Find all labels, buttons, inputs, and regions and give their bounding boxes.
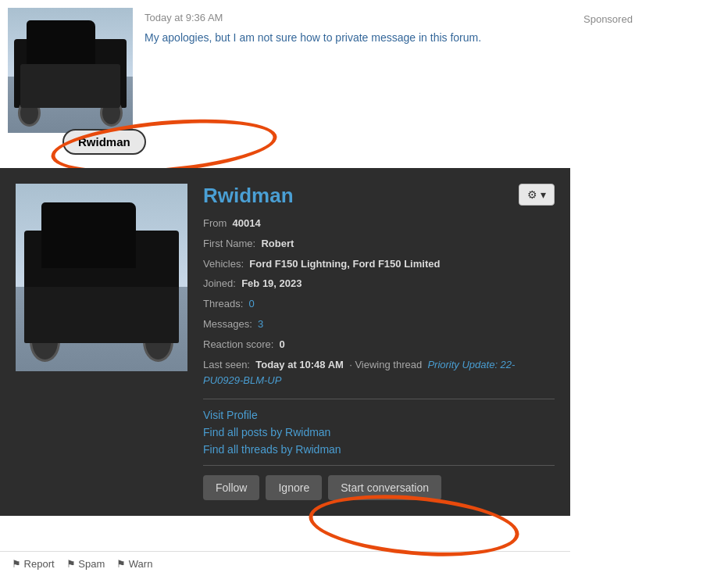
user-popup-card: ⚙ ▾ Rwidman From 40014 First Name: Rober… xyxy=(0,168,570,516)
gear-icon: ⚙ xyxy=(527,188,537,201)
threads-value[interactable]: 0 xyxy=(249,298,255,309)
from-value: 40014 xyxy=(233,217,261,229)
last-seen-value: Today at 10:48 AM xyxy=(255,359,344,370)
messages-value[interactable]: 3 xyxy=(258,318,263,330)
popup-divider-1 xyxy=(203,399,555,399)
popup-threads: Threads: 0 xyxy=(203,296,555,313)
vehicles-value: Ford F150 Lightning, Ford F150 Limited xyxy=(249,258,440,270)
popup-actions: Follow Ignore Start conversation xyxy=(203,475,555,500)
first-name-value: Robert xyxy=(261,238,294,249)
popup-links: Visit Profile Find all posts by Rwidman … xyxy=(203,409,555,456)
joined-label: Joined: xyxy=(203,277,236,289)
vehicles-label: Vehicles: xyxy=(203,258,244,270)
last-seen-label: Last seen: xyxy=(203,359,250,370)
messages-label: Messages: xyxy=(203,318,252,330)
first-name-label: First Name: xyxy=(203,238,255,249)
last-seen-suffix: · Viewing thread xyxy=(349,359,422,370)
popup-reaction: Reaction score: 0 xyxy=(203,337,555,353)
follow-button[interactable]: Follow xyxy=(203,475,259,500)
report-link[interactable]: ⚑ Report xyxy=(12,558,55,570)
post-timestamp: Today at 9:36 AM xyxy=(145,12,558,23)
post-content: Today at 9:36 AM My apologies, but I am … xyxy=(141,8,562,133)
reaction-label: Reaction score: xyxy=(203,338,273,350)
threads-label: Threads: xyxy=(203,298,243,309)
popup-username: Rwidman xyxy=(203,184,555,208)
start-conversation-button[interactable]: Start conversation xyxy=(328,475,441,500)
popup-from: From 40014 xyxy=(203,216,555,232)
gear-button[interactable]: ⚙ ▾ xyxy=(519,184,555,206)
popup-first-name: First Name: Robert xyxy=(203,236,555,252)
find-posts-link[interactable]: Find all posts by Rwidman xyxy=(203,426,555,438)
post-avatar xyxy=(8,8,133,133)
sponsored-label: Sponsored xyxy=(583,13,633,25)
joined-value: Feb 19, 2023 xyxy=(241,277,302,289)
from-label: From xyxy=(203,217,227,229)
ignore-button[interactable]: Ignore xyxy=(266,475,322,500)
find-threads-link[interactable]: Find all threads by Rwidman xyxy=(203,443,555,456)
popup-vehicles: Vehicles: Ford F150 Lightning, Ford F150… xyxy=(203,256,555,273)
username-bubble-text: Rwidman xyxy=(78,135,130,148)
popup-last-seen: Last seen: Today at 10:48 AM · Viewing t… xyxy=(203,357,555,390)
post-text: My apologies, but I am not sure how to p… xyxy=(145,30,558,46)
popup-messages: Messages: 3 xyxy=(203,317,555,333)
popup-divider-2 xyxy=(203,465,555,466)
chevron-down-icon: ▾ xyxy=(541,188,546,201)
visit-profile-link[interactable]: Visit Profile xyxy=(203,409,555,421)
forum-post-area: Today at 9:36 AM My apologies, but I am … xyxy=(0,0,570,148)
popup-joined: Joined: Feb 19, 2023 xyxy=(203,276,555,292)
sidebar: Sponsored xyxy=(572,0,728,38)
warn-link[interactable]: ⚑ Warn xyxy=(116,558,152,570)
spam-link[interactable]: ⚑ Spam xyxy=(66,558,105,570)
reaction-value: 0 xyxy=(280,338,285,350)
popup-avatar xyxy=(16,184,187,371)
popup-info: ⚙ ▾ Rwidman From 40014 First Name: Rober… xyxy=(203,184,555,500)
post-truck-image xyxy=(8,8,133,133)
username-bubble[interactable]: Rwidman xyxy=(62,129,146,155)
bottom-bar: ⚑ Report ⚑ Spam ⚑ Warn xyxy=(0,551,570,576)
popup-truck-image xyxy=(16,184,187,371)
post-item: Today at 9:36 AM My apologies, but I am … xyxy=(8,8,562,133)
